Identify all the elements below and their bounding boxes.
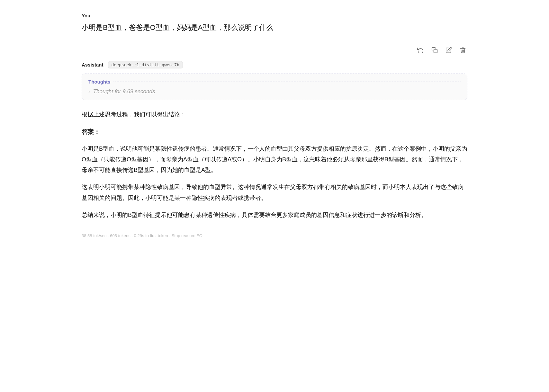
- user-message: 小明是B型血，爸爸是O型血，妈妈是A型血，那么说明了什么: [82, 22, 467, 33]
- footer-stats: 38.58 tok/sec · 605 tokens · 0.29s to fi…: [82, 233, 467, 238]
- response-paragraph-3: 总结来说，小明的B型血特征提示他可能患有某种遗传性疾病，具体需要结合更多家庭成员…: [82, 210, 467, 220]
- assistant-header: Assistant deepseek-r1-distill-qwen-7b: [82, 61, 467, 68]
- copy-icon: [431, 47, 438, 53]
- user-label: You: [82, 13, 467, 18]
- action-icons-row: [82, 46, 467, 55]
- response-paragraph-1: 小明是B型血，说明他可能是某隐性遗传病的患者。通常情况下，一个人的血型由其父母双…: [82, 144, 467, 176]
- thoughts-content: › Thought for 9.69 seconds: [88, 88, 461, 95]
- edit-button[interactable]: [444, 46, 453, 55]
- model-badge: deepseek-r1-distill-qwen-7b: [108, 61, 183, 68]
- response-answer-heading: 答案：: [82, 127, 467, 138]
- response-intro: 根据上述思考过程，我们可以得出结论：: [82, 109, 467, 120]
- copy-button[interactable]: [430, 46, 439, 55]
- thoughts-label: Thoughts: [88, 79, 110, 85]
- delete-button[interactable]: [458, 46, 467, 55]
- response-paragraph-2: 这表明小明可能携带某种隐性致病基因，导致他的血型异常。这种情况通常发生在父母双方…: [82, 182, 467, 203]
- thoughts-dash-line: [113, 82, 461, 82]
- assistant-section: Assistant deepseek-r1-distill-qwen-7b Th…: [82, 61, 467, 220]
- footer-stats-text: 38.58 tok/sec · 605 tokens · 0.29s to fi…: [82, 233, 203, 238]
- thought-duration: Thought for 9.69 seconds: [93, 88, 155, 95]
- thoughts-box: Thoughts › Thought for 9.69 seconds: [82, 74, 467, 100]
- regenerate-icon: [417, 47, 424, 53]
- chevron-right-icon[interactable]: ›: [88, 89, 90, 94]
- thoughts-header: Thoughts: [88, 79, 461, 85]
- conversation-container: You 小明是B型血，爸爸是O型血，妈妈是A型血，那么说明了什么: [82, 13, 467, 238]
- delete-icon: [460, 47, 466, 53]
- user-section: You 小明是B型血，爸爸是O型血，妈妈是A型血，那么说明了什么: [82, 13, 467, 33]
- svg-rect-0: [434, 49, 437, 53]
- edit-icon: [446, 47, 452, 53]
- regenerate-button[interactable]: [416, 46, 425, 55]
- assistant-label: Assistant: [82, 62, 104, 67]
- response-content: 根据上述思考过程，我们可以得出结论： 答案： 小明是B型血，说明他可能是某隐性遗…: [82, 109, 467, 220]
